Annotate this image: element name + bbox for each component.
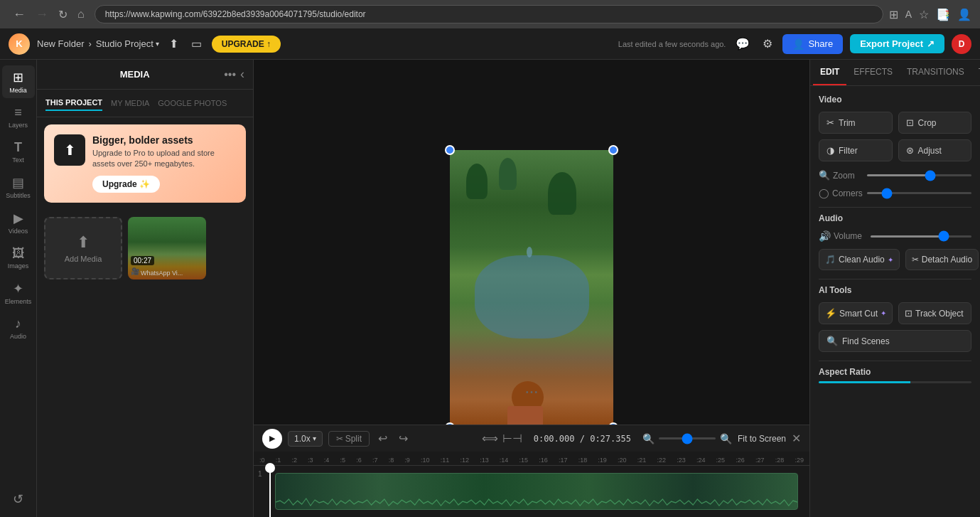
- volume-slider-row: 🔊 Volume: [819, 230, 971, 242]
- media-item-icon: 🎥: [131, 267, 139, 275]
- upgrade-banner-icon: ⬆: [54, 134, 85, 166]
- ruler-14: :14: [500, 457, 509, 464]
- crop-button[interactable]: ⊡ Crop: [898, 112, 972, 134]
- tab-this-project[interactable]: THIS PROJECT: [45, 95, 102, 111]
- folder-name[interactable]: New Folder: [37, 38, 84, 49]
- zoom-controls: 🔍 🔍: [642, 433, 732, 444]
- user-avatar[interactable]: D: [952, 34, 971, 54]
- tab-edit[interactable]: EDIT: [813, 60, 846, 85]
- redo-button[interactable]: ↪: [396, 429, 411, 448]
- ruler-11: :11: [441, 457, 450, 464]
- audio-section-title: Audio: [819, 213, 971, 223]
- undo-button[interactable]: ↩: [375, 429, 390, 448]
- sidebar-item-images[interactable]: 🖼 Images: [2, 242, 35, 274]
- address-bar[interactable]: https://www.kapwing.com/63922b8ed3939a00…: [95, 5, 883, 23]
- sidebar-item-elements[interactable]: ✦ Elements: [2, 277, 35, 309]
- canvas-video[interactable]: [450, 150, 613, 427]
- refresh-button[interactable]: ↻: [54, 5, 72, 24]
- fit-screen-button[interactable]: Fit to Screen: [738, 434, 786, 444]
- smart-cut-button[interactable]: ⚡ Smart Cut ✦: [819, 302, 893, 324]
- tab-my-media[interactable]: MY MEDIA: [111, 95, 149, 111]
- extension-bookmark[interactable]: 📑: [936, 8, 950, 21]
- tab-transitions[interactable]: TRANSITIONS: [900, 60, 971, 85]
- timeline-section: ▶ 1.0x ▾ ✂ Split ↩ ↪ ⟺ ⊢⊣: [254, 425, 809, 517]
- snap-icon[interactable]: ⟺: [482, 432, 498, 445]
- zoom-label-text: Zoom: [833, 171, 855, 181]
- export-label: Export Project: [860, 38, 923, 49]
- comment-button[interactable]: 💬: [733, 34, 753, 53]
- corners-control-slider[interactable]: [867, 192, 971, 194]
- ruler-19: :19: [598, 457, 607, 464]
- ruler-16: :16: [539, 457, 548, 464]
- sidebar-item-layers[interactable]: ≡ Layers: [2, 101, 35, 133]
- speed-button[interactable]: 1.0x ▾: [288, 431, 323, 447]
- ruler-15: :15: [519, 457, 529, 464]
- video-track[interactable]: [275, 473, 798, 510]
- ruler-26: :26: [736, 457, 745, 464]
- playhead[interactable]: [269, 466, 271, 517]
- monitor-button[interactable]: ▭: [188, 34, 205, 53]
- smart-cut-badge: ✦: [881, 309, 886, 317]
- extension-grid[interactable]: ⊞: [889, 8, 898, 21]
- sidebar-item-audio[interactable]: ♪ Audio: [2, 312, 35, 344]
- zoom-slider[interactable]: [659, 437, 716, 439]
- time-total: 0:27.355: [590, 434, 631, 444]
- adjust-button[interactable]: ⊛ Adjust: [898, 139, 972, 161]
- clean-audio-icon: 🎵: [825, 255, 836, 265]
- share-button[interactable]: 👤 Share: [782, 34, 843, 54]
- split-label: Split: [345, 434, 362, 444]
- divider-1: [819, 207, 971, 208]
- handle-top-left[interactable]: [445, 145, 455, 155]
- back-button[interactable]: ←: [9, 4, 30, 25]
- project-dropdown-icon[interactable]: ▾: [156, 40, 159, 48]
- find-scenes-button[interactable]: 🔍 Find Scenes: [819, 330, 971, 352]
- ruler-2: :2: [291, 457, 297, 464]
- extension-user[interactable]: 👤: [957, 8, 971, 21]
- split-button[interactable]: ✂ Split: [328, 431, 370, 447]
- sidebar-item-media[interactable]: ⊞ Media: [2, 65, 35, 98]
- upgrade-banner-button[interactable]: Upgrade ✨: [92, 176, 160, 193]
- export-button[interactable]: Export Project ↗: [850, 34, 944, 53]
- audio-icon: ♪: [15, 316, 21, 331]
- zoom-out-icon[interactable]: 🔍: [642, 433, 655, 444]
- sidebar-item-text[interactable]: T Text: [2, 136, 35, 168]
- zoom-control-slider[interactable]: [867, 174, 971, 176]
- upload-button[interactable]: ⬆: [166, 34, 181, 53]
- media-item-0[interactable]: 00:27 🎥 WhatsApp Vi...: [128, 217, 206, 279]
- project-name[interactable]: Studio Project ▾: [96, 38, 159, 49]
- volume-slider[interactable]: [871, 235, 971, 238]
- ruler-24: :24: [696, 457, 706, 464]
- filter-button[interactable]: ◑ Filter: [819, 139, 893, 161]
- forward-button[interactable]: →: [31, 4, 53, 25]
- corners-slider-row: ◯ Corners: [819, 188, 971, 198]
- extension-A[interactable]: A: [905, 9, 912, 20]
- media-panel-more-button[interactable]: •••: [224, 68, 236, 81]
- handle-top-right[interactable]: [608, 145, 618, 155]
- tab-google-photos[interactable]: GOOGLE PHOTOS: [158, 95, 227, 111]
- canvas-area: ↻ • • • ▶ 1.0x ▾ ✂ Split ↩: [254, 60, 809, 517]
- extension-star[interactable]: ☆: [919, 8, 929, 21]
- ruler-25: :25: [716, 457, 726, 464]
- settings-button[interactable]: ⚙: [760, 34, 775, 53]
- media-panel-close-button[interactable]: ‹: [240, 67, 244, 82]
- close-timeline-button[interactable]: ✕: [792, 432, 801, 445]
- ruler-1: :1: [276, 457, 281, 464]
- detach-audio-button[interactable]: ✂ Detach Audio: [905, 249, 979, 270]
- play-button[interactable]: ▶: [262, 429, 282, 449]
- sidebar-item-more[interactable]: ↺: [2, 487, 35, 511]
- sidebar-item-subtitles[interactable]: ▤ Subtitles: [2, 171, 35, 203]
- snap-icon2[interactable]: ⊢⊣: [502, 432, 522, 445]
- upgrade-button[interactable]: UPGRADE ↑: [212, 36, 281, 53]
- upgrade-banner: ⬆ Bigger, bolder assets Upgrade to Pro t…: [44, 124, 246, 203]
- sidebar-item-videos[interactable]: ▶ Videos: [2, 206, 35, 239]
- clean-audio-button[interactable]: 🎵 Clean Audio ✦: [819, 249, 900, 270]
- tab-effects[interactable]: EFFECTS: [846, 60, 900, 85]
- home-button[interactable]: ⌂: [73, 5, 89, 23]
- zoom-in-icon[interactable]: 🔍: [720, 433, 732, 444]
- track-object-button[interactable]: ⊡ Track Object: [898, 302, 971, 324]
- playhead-handle[interactable]: [265, 463, 275, 473]
- tab-timing[interactable]: TIMING: [971, 60, 980, 85]
- filter-icon: ◑: [826, 145, 834, 156]
- add-media-button[interactable]: ⬆ Add Media: [44, 217, 122, 279]
- trim-button[interactable]: ✂ Trim: [819, 112, 893, 134]
